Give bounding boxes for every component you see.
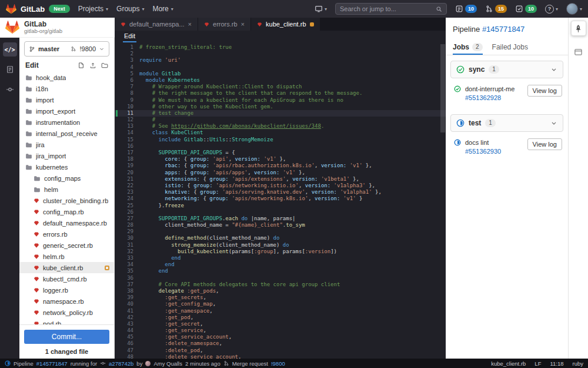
line-number[interactable]: 42 [119, 314, 133, 321]
tree-item-kubectl_cmd.rb[interactable]: kubectl_cmd.rb [19, 273, 114, 284]
commit-button[interactable]: Commit... [24, 330, 109, 344]
code-line-17[interactable]: 17 SUPPORTED_API_GROUPS = { [115, 150, 446, 156]
code-line-45[interactable]: 45 :get_service_account, [115, 334, 446, 340]
new-file-button[interactable] [78, 62, 85, 69]
tree-item-internal_post_receive[interactable]: internal_post_receive [19, 128, 114, 139]
code-line-32[interactable]: 32 build_kubeclient(params[:group], para… [115, 248, 446, 255]
tree-item-jira[interactable]: jira [19, 139, 114, 150]
line-number[interactable]: 9 [119, 97, 133, 104]
line-number[interactable]: 14 [119, 130, 133, 136]
todos-counter[interactable]: 10 [515, 5, 537, 13]
line-number[interactable]: 38 [119, 288, 133, 294]
code-line-6[interactable]: 6 module Kubernetes [115, 77, 446, 84]
mr-id-link[interactable]: !9800 [271, 360, 285, 367]
line-number[interactable]: 4 [119, 64, 133, 71]
tree-item-helm.rb[interactable]: helm.rb [19, 251, 114, 262]
line-number[interactable]: 36 [119, 275, 133, 281]
code-line-26[interactable]: 26 [115, 209, 446, 216]
line-number[interactable]: 45 [119, 334, 133, 340]
line-number[interactable]: 39 [119, 294, 133, 301]
line-number[interactable]: 26 [119, 209, 133, 216]
code-line-35[interactable]: 35 end [115, 268, 446, 274]
code-line-40[interactable]: 40 :get_config_map, [115, 301, 446, 307]
code-line-29[interactable]: 29 [115, 228, 446, 235]
job-id-link[interactable]: #551362930 [465, 148, 501, 155]
code-line-48[interactable]: 48 :delete_service_account, [115, 354, 446, 359]
line-number[interactable]: 16 [119, 143, 133, 150]
stage-test[interactable]: test 1 [450, 114, 563, 132]
close-icon[interactable]: × [188, 21, 192, 28]
tree-item-hook_data[interactable]: hook_data [19, 72, 114, 83]
code-line-36[interactable]: 36 [115, 275, 446, 281]
line-number[interactable]: 5 [119, 71, 133, 77]
gitlab-home-link[interactable]: GitLab Next [6, 4, 70, 14]
tree-item-jira_import[interactable]: jira_import [19, 150, 114, 161]
search-input[interactable] [340, 5, 432, 12]
tree-item-cluster_role_binding.rb[interactable]: cluster_role_binding.rb [19, 195, 114, 206]
stage-sync[interactable]: sync 1 [450, 61, 563, 78]
code-line-9[interactable]: 9 # We must have a kubeclient for each A… [115, 97, 446, 104]
cursor-position[interactable]: 11:18 [550, 360, 563, 367]
code-line-15[interactable]: 15 include Gitlab::Utils::StrongMemoize [115, 137, 446, 143]
code-line-46[interactable]: 46 :delete_namespace, [115, 340, 446, 347]
code-line-16[interactable]: 16 [115, 143, 446, 150]
menu-projects[interactable]: Projects▾ [78, 5, 108, 13]
tree-item-default_namespace.rb[interactable]: default_namespace.rb [19, 217, 114, 228]
code-line-47[interactable]: 47 :delete_pod, [115, 347, 446, 354]
view-log-button[interactable]: View log [527, 85, 562, 97]
user-menu[interactable]: ▾ [566, 3, 582, 15]
line-number[interactable]: 31 [119, 242, 133, 248]
line-number[interactable]: 19 [119, 163, 133, 169]
code-line-44[interactable]: 44 :get_service, [115, 327, 446, 334]
line-number[interactable]: 23 [119, 189, 133, 195]
project-header[interactable]: GitLab gitlab-org/gitlab [0, 18, 115, 38]
code-line-33[interactable]: 33 end [115, 255, 446, 261]
code-editor[interactable]: 1# frozen_string_literal: true23require … [115, 42, 446, 359]
code-line-38[interactable]: 38 delegate :get_pods, [115, 288, 446, 294]
line-number[interactable]: 48 [119, 354, 133, 359]
code-line-39[interactable]: 39 :get_secrets, [115, 294, 446, 301]
tree-item-config_map.rb[interactable]: config_map.rb [19, 206, 114, 217]
code-line-28[interactable]: 28 client_method_name = "#{name}_client"… [115, 222, 446, 228]
code-line-41[interactable]: 41 :get_namespace, [115, 308, 446, 314]
line-number[interactable]: 8 [119, 90, 133, 97]
code-line-25[interactable]: 25 }.freeze [115, 203, 446, 209]
line-number[interactable]: 46 [119, 340, 133, 347]
code-line-5[interactable]: 5module Gitlab [115, 71, 446, 77]
line-number[interactable]: 25 [119, 203, 133, 209]
commit-mode-button[interactable] [3, 82, 17, 97]
code-line-3[interactable]: 3require 'uri' [115, 57, 446, 64]
pipeline-id-link[interactable]: #145771847 [36, 360, 68, 367]
tree-item-logger.rb[interactable]: logger.rb [19, 284, 114, 296]
line-number[interactable]: 22 [119, 183, 133, 189]
code-line-21[interactable]: 21 extensions: { group: 'apis/extensions… [115, 176, 446, 183]
commit-sha-link[interactable]: a278742b [109, 360, 133, 367]
code-line-8[interactable]: 8 # the right message to the client that… [115, 90, 446, 97]
line-number[interactable]: 6 [119, 77, 133, 84]
merge-requests-counter[interactable]: 15 [485, 5, 507, 13]
line-number[interactable]: 44 [119, 327, 133, 334]
code-line-27[interactable]: 27 SUPPORTED_API_GROUPS.each do |name, p… [115, 216, 446, 222]
new-folder-button[interactable] [101, 62, 108, 69]
line-number[interactable]: 29 [119, 228, 133, 235]
view-log-button[interactable]: View log [527, 138, 562, 150]
code-line-14[interactable]: 14 class KubeClient [115, 130, 446, 136]
tree-item-generic_secret.rb[interactable]: generic_secret.rb [19, 240, 114, 251]
tab-edit[interactable]: Edit [123, 32, 136, 42]
line-number[interactable]: 47 [119, 347, 133, 354]
line-number[interactable]: 3 [119, 57, 133, 64]
code-line-18[interactable]: 18 core: { group: 'api', version: 'v1' }… [115, 156, 446, 163]
issues-counter[interactable]: 10 [455, 5, 477, 13]
line-number[interactable]: 7 [119, 84, 133, 90]
tree-item-network_policy.rb[interactable]: network_policy.rb [19, 307, 114, 318]
line-number[interactable]: 35 [119, 268, 133, 274]
line-number[interactable]: 10 [119, 104, 133, 110]
code-line-23[interactable]: 23 knative: { group: 'apis/serving.knati… [115, 189, 446, 195]
line-number[interactable]: 11 [119, 110, 133, 117]
pipeline-id-link[interactable]: #145771847 [482, 25, 524, 34]
next-badge[interactable]: Next [49, 5, 70, 13]
code-line-24[interactable]: 24 networking: { group: 'apis/networking… [115, 195, 446, 202]
line-number[interactable]: 12 [119, 117, 133, 123]
code-line-11[interactable]: 11 # test change [115, 110, 446, 117]
menu-more[interactable]: More▾ [152, 5, 173, 13]
